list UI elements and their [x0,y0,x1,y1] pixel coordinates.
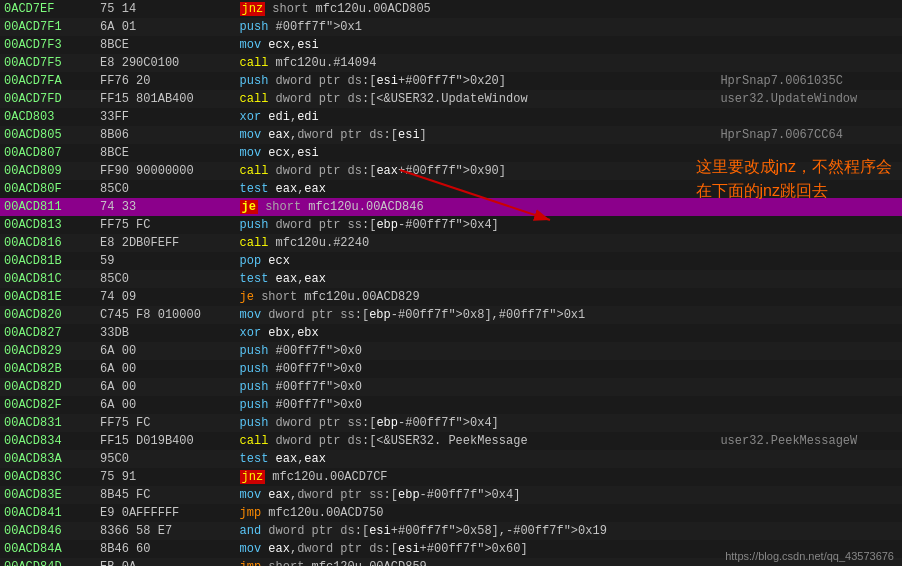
cell-comment: user32.UpdateWindow [716,90,902,108]
table-row[interactable]: 00ACD83E8B45 FCmov eax,dword ptr ss:[ebp… [0,486,902,504]
cell-bytes: 6A 01 [96,18,235,36]
cell-instruction: test eax,eax [236,270,717,288]
table-row[interactable]: 00ACD7F16A 01push #00ff7f">0x1 [0,18,902,36]
cell-address: 00ACD80F [0,180,96,198]
instr-detail: mfc120u.#14094 [268,56,376,70]
cell-bytes: FF75 FC [96,216,235,234]
table-row[interactable]: 00ACD7FDFF15 801AB400call dword ptr ds:[… [0,90,902,108]
cell-address: 0ACD7EF [0,0,96,18]
cell-address: 00ACD82D [0,378,96,396]
cell-instruction: push #00ff7f">0x0 [236,396,717,414]
cell-address: 00ACD83E [0,486,96,504]
instr-detail: mfc120u.00ACD7CF [265,470,387,484]
cell-instruction: mov ecx,esi [236,36,717,54]
cell-bytes: E8 290C0100 [96,54,235,72]
table-row[interactable]: 00ACD8468366 58 E7and dword ptr ds:[esi+… [0,522,902,540]
cell-comment [716,36,902,54]
cell-comment [716,378,902,396]
cell-bytes: FF15 D019B400 [96,432,235,450]
table-row[interactable]: 00ACD834FF15 D019B400call dword ptr ds:[… [0,432,902,450]
cell-bytes: 74 33 [96,198,235,216]
disasm-table: 0ACD7EF75 14jnz short mfc120u.00ACD80500… [0,0,902,566]
table-row[interactable]: 00ACD83C75 91jnz mfc120u.00ACD7CF [0,468,902,486]
table-row[interactable]: 00ACD82733DBxor ebx,ebx [0,324,902,342]
table-row[interactable]: 00ACD820C745 F8 010000mov dword ptr ss:[… [0,306,902,324]
instr-detail: dword ptr ss:[ebp-#00ff7f">0x8],#00ff7f"… [261,308,585,322]
table-row[interactable]: 00ACD82F6A 00push #00ff7f">0x0 [0,396,902,414]
cell-comment [716,234,902,252]
table-row[interactable]: 00ACD841E9 0AFFFFFFjmp mfc120u.00ACD750 [0,504,902,522]
instr-detail: eax,eax [268,272,326,286]
cell-address: 00ACD7FD [0,90,96,108]
table-row[interactable]: 00ACD816E8 2DB0FEFFcall mfc120u.#2240 [0,234,902,252]
instr-detail: eax,eax [268,452,326,466]
cell-address: 00ACD834 [0,432,96,450]
cell-bytes: FF76 20 [96,72,235,90]
table-row[interactable]: 00ACD81174 33je short mfc120u.00ACD846 [0,198,902,216]
table-row[interactable]: 00ACD83A95C0test eax,eax [0,450,902,468]
cell-instruction: call mfc120u.#14094 [236,54,717,72]
cell-address: 00ACD805 [0,126,96,144]
cell-comment [716,180,902,198]
cell-comment [716,414,902,432]
cell-comment [716,288,902,306]
table-row[interactable]: 00ACD8078BCEmov ecx,esi [0,144,902,162]
cell-comment [716,486,902,504]
table-row[interactable]: 00ACD7FAFF76 20push dword ptr ds:[esi+#0… [0,72,902,90]
cell-instruction: jmp mfc120u.00ACD750 [236,504,717,522]
instr-detail: ecx,esi [261,38,319,52]
cell-bytes: 8B46 60 [96,540,235,558]
cell-instruction: je short mfc120u.00ACD846 [236,198,717,216]
table-row[interactable]: 00ACD82D6A 00push #00ff7f">0x0 [0,378,902,396]
cell-comment [716,198,902,216]
table-row[interactable]: 0ACD7EF75 14jnz short mfc120u.00ACD805 [0,0,902,18]
instr-detail: eax,eax [268,182,326,196]
cell-address: 00ACD829 [0,342,96,360]
cell-instruction: push dword ptr ss:[ebp-#00ff7f">0x4] [236,414,717,432]
cell-bytes: 8B45 FC [96,486,235,504]
table-row[interactable]: 00ACD7F5E8 290C0100call mfc120u.#14094 [0,54,902,72]
cell-address: 0ACD803 [0,108,96,126]
instr-detail: dword ptr ss:[ebp-#00ff7f">0x4] [268,416,498,430]
table-row[interactable]: 00ACD813FF75 FCpush dword ptr ss:[ebp-#0… [0,216,902,234]
cell-address: 00ACD807 [0,144,96,162]
table-row[interactable]: 00ACD8058B06mov eax,dword ptr ds:[esi]Hp… [0,126,902,144]
table-row[interactable]: 00ACD7F38BCEmov ecx,esi [0,36,902,54]
cell-bytes: C745 F8 010000 [96,306,235,324]
table-row[interactable]: 0ACD80333FFxor edi,edi [0,108,902,126]
cell-comment [716,360,902,378]
cell-bytes: 74 09 [96,288,235,306]
cell-comment [716,342,902,360]
table-row[interactable]: 00ACD82B6A 00push #00ff7f">0x0 [0,360,902,378]
cell-instruction: and dword ptr ds:[esi+#00ff7f">0x58],-#0… [236,522,717,540]
cell-address: 00ACD816 [0,234,96,252]
instr-detail: dword ptr ds:[eax+#00ff7f">0x90] [268,164,506,178]
cell-bytes: 8BCE [96,36,235,54]
table-row[interactable]: 00ACD831FF75 FCpush dword ptr ss:[ebp-#0… [0,414,902,432]
instr-detail: mfc120u.#2240 [268,236,369,250]
cell-address: 00ACD7FA [0,72,96,90]
cell-bytes: FF75 FC [96,414,235,432]
instr-detail: dword ptr ds:[esi+#00ff7f">0x20] [268,74,506,88]
table-row[interactable]: 00ACD80F85C0test eax,eax [0,180,902,198]
cell-comment [716,144,902,162]
cell-instruction: pop ecx [236,252,717,270]
instr-detail: ebx,ebx [261,326,319,340]
table-row[interactable]: 00ACD81E74 09je short mfc120u.00ACD829 [0,288,902,306]
cell-instruction: jnz mfc120u.00ACD7CF [236,468,717,486]
instr-detail: eax,dword ptr ss:[ebp-#00ff7f">0x4] [261,488,520,502]
table-row[interactable]: 00ACD81B59pop ecx [0,252,902,270]
table-row[interactable]: 00ACD81C85C0test eax,eax [0,270,902,288]
cell-bytes: 8BCE [96,144,235,162]
cell-comment [716,522,902,540]
cell-bytes: 6A 00 [96,360,235,378]
cell-bytes: E9 0AFFFFFF [96,504,235,522]
table-row[interactable]: 00ACD809FF90 90000000call dword ptr ds:[… [0,162,902,180]
cell-instruction: push #00ff7f">0x0 [236,342,717,360]
table-row[interactable]: 00ACD8296A 00push #00ff7f">0x0 [0,342,902,360]
cell-bytes: 85C0 [96,180,235,198]
cell-comment [716,396,902,414]
instr-detail: short mfc120u.00ACD829 [254,290,420,304]
cell-instruction: push #00ff7f">0x1 [236,18,717,36]
cell-bytes: 33DB [96,324,235,342]
